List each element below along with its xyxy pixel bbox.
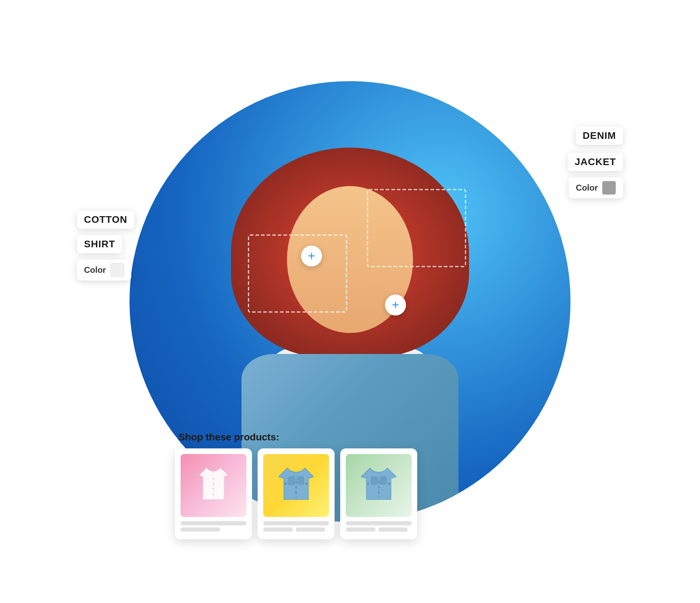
svg-point-5: [213, 494, 214, 495]
product-bar-8: [378, 527, 408, 532]
svg-point-17: [378, 481, 380, 483]
product-bar-3: [263, 521, 329, 525]
svg-point-9: [306, 483, 308, 485]
product-bar-row-2: [346, 527, 412, 534]
product-bar-6: [346, 521, 412, 525]
shop-title: Shop these products:: [175, 432, 441, 443]
product-image-jacket2: [346, 454, 412, 517]
tag-cotton: COTTON: [77, 211, 134, 229]
svg-point-16: [388, 483, 390, 485]
svg-rect-14: [380, 477, 386, 484]
product-image-shirt: [181, 454, 246, 517]
product-bar-1: [181, 521, 246, 525]
svg-rect-6: [288, 477, 295, 484]
svg-point-3: [213, 483, 214, 484]
plus-icon-shirt[interactable]: +: [301, 246, 322, 267]
product-bar-row-1: [263, 527, 329, 534]
tag-color-shirt: Color: [77, 260, 131, 281]
color-swatch-shirt: [110, 263, 124, 277]
svg-point-10: [295, 481, 297, 483]
plus-icon-jacket[interactable]: +: [385, 295, 406, 315]
shop-panel: Shop these products:: [175, 432, 441, 539]
product-image-jacket1: [263, 454, 329, 517]
svg-point-4: [213, 488, 214, 490]
tag-jacket: JACKET: [568, 153, 623, 171]
svg-point-12: [295, 492, 297, 494]
product-bar-2: [181, 527, 220, 532]
svg-point-18: [378, 487, 380, 488]
tag-denim: DENIM: [576, 127, 623, 145]
tag-shirt: SHIRT: [77, 235, 122, 253]
svg-point-8: [285, 483, 287, 485]
product-bar-7: [346, 527, 376, 532]
svg-rect-7: [298, 477, 304, 484]
svg-point-2: [213, 478, 214, 479]
svg-point-19: [378, 492, 380, 494]
product-card-jacket1[interactable]: [258, 448, 335, 539]
product-bar-4: [263, 527, 293, 532]
svg-point-11: [295, 487, 297, 488]
color-swatch-jacket: [602, 181, 616, 195]
main-scene: COTTON SHIRT Color DENIM JACKET Color + …: [105, 57, 595, 546]
product-cards: [175, 448, 441, 539]
product-card-jacket2[interactable]: [340, 448, 417, 539]
svg-point-15: [367, 483, 369, 485]
tag-color-jacket: Color: [569, 177, 623, 198]
product-card-shirt[interactable]: [175, 448, 252, 539]
product-bar-5: [296, 527, 326, 532]
svg-rect-13: [371, 477, 377, 484]
